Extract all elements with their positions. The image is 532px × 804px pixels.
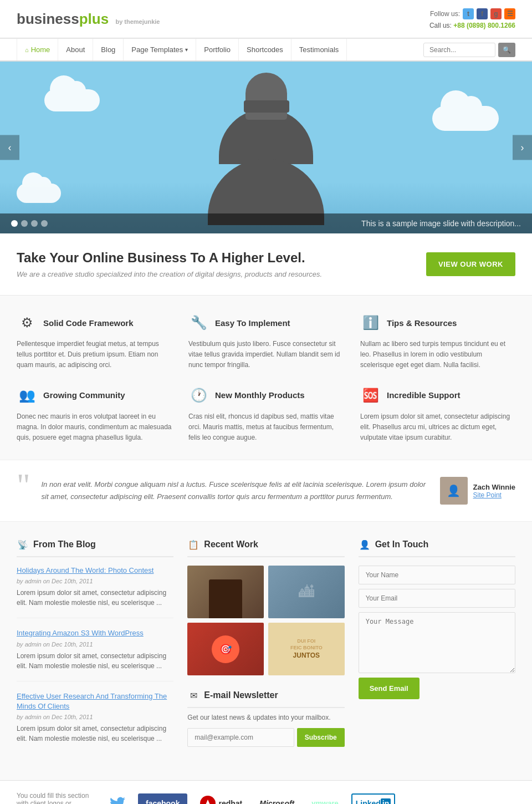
cloud-2 <box>432 106 499 131</box>
cloud-1 <box>44 89 100 111</box>
blog-post-1-meta: by admin on Dec 10th, 2011 <box>17 641 173 648</box>
dot-2[interactable] <box>21 220 28 227</box>
nav-items: ⌂ Home About Blog Page Templates Portfol… <box>17 39 347 60</box>
nav-search: 🔍 <box>423 43 515 57</box>
blog-post-2-title[interactable]: Effective User Research And Transforming… <box>17 691 173 711</box>
features-section: ⚙ Solid Code Framework Pellentesque impe… <box>0 296 532 460</box>
nav-item-home[interactable]: ⌂ Home <box>17 39 58 60</box>
google-plus-icon[interactable]: g <box>490 8 502 19</box>
contact-icon: 👤 <box>359 538 371 551</box>
testimonial-quote: In non erat velit. Morbi congue aliquam … <box>42 479 429 503</box>
work-grid: 🏙 🎯 DUI FOIFEIC BONITOJUNTOS <box>187 566 344 675</box>
middle-column: 📋 Recent Work 🏙 <box>187 538 344 764</box>
redhat-text: redhat <box>218 799 242 804</box>
rss-blog-icon: 📡 <box>17 538 29 551</box>
blog-post-1: Integrating Amazon S3 With WordPress by … <box>17 628 173 681</box>
testimonial-section: " In non erat velit. Morbi congue aliqua… <box>0 460 532 522</box>
cloud-3 <box>17 184 61 203</box>
feature-2: ℹ️ Tips & Resources Nullam ac libero sed… <box>360 312 515 371</box>
microsoft-logo[interactable]: Microsoft <box>255 793 299 804</box>
facebook-logo[interactable]: facebook <box>138 793 187 804</box>
work-thumb-2[interactable]: 🏙 <box>268 566 345 618</box>
feature-0: ⚙ Solid Code Framework Pellentesque impe… <box>17 312 172 371</box>
nav-item-shortcodes[interactable]: Shortcodes <box>239 39 291 60</box>
blog-post-1-excerpt: Lorem ipsum dolor sit amet, consectetur … <box>17 651 173 671</box>
slider-next-button[interactable]: › <box>513 135 532 160</box>
slider-prev-button[interactable]: ‹ <box>0 135 19 160</box>
blog-post-0: Holidays Around The World: Photo Contest… <box>17 566 173 618</box>
contact-message-input[interactable] <box>359 612 515 673</box>
linkedin-logo[interactable]: Linkedin <box>351 793 396 804</box>
blog-post-0-meta: by admin on Dec 10th, 2011 <box>17 578 173 584</box>
blog-post-2-excerpt: Lorem ipsum dolor sit amet, consectetur … <box>17 724 173 744</box>
recent-work-section: 📋 Recent Work 🏙 <box>187 538 344 675</box>
nav-item-portfolio[interactable]: Portfolio <box>196 39 239 60</box>
contact-header: 👤 Get In Touch <box>359 538 515 557</box>
quote-mark: " <box>17 469 30 502</box>
nav-item-testimonials[interactable]: Testimonials <box>291 39 347 60</box>
blog-section: 📡 From The Blog Holidays Around The Worl… <box>17 538 173 764</box>
newsletter-email-input[interactable] <box>187 728 294 747</box>
rss-icon[interactable]: ☰ <box>504 8 515 19</box>
twitter-logo[interactable] <box>105 793 130 804</box>
newsletter-section: ✉ E-mail Newsletter Get our latest news … <box>187 689 344 758</box>
community-icon: 👥 <box>17 385 38 406</box>
dot-3[interactable] <box>31 220 38 227</box>
work-thumb-1[interactable] <box>187 566 264 618</box>
work-thumb-4[interactable]: DUI FOIFEIC BONITOJUNTOS <box>268 623 345 675</box>
feature-5: 🆘 Incredible Support Lorem ipsum dolor s… <box>360 385 515 444</box>
hero-subtitle: We are a creative studio specialized int… <box>17 270 322 278</box>
blog-post-0-title[interactable]: Holidays Around The World: Photo Contest <box>17 566 173 576</box>
monthly-products-icon: 🕐 <box>188 385 209 406</box>
home-icon: ⌂ <box>25 47 29 53</box>
three-column-section: 📡 From The Blog Holidays Around The Worl… <box>0 522 532 780</box>
features-grid: ⚙ Solid Code Framework Pellentesque impe… <box>17 312 515 443</box>
slider-caption: This is a sample image slide with descri… <box>0 213 532 233</box>
nav-item-templates[interactable]: Page Templates <box>124 39 196 60</box>
feature-3: 👥 Growing Community Donec nec mauris in … <box>17 385 172 444</box>
contact-name-input[interactable] <box>359 566 515 584</box>
contact-email-input[interactable] <box>359 589 515 608</box>
search-button[interactable]: 🔍 <box>498 43 515 57</box>
tips-icon: ℹ️ <box>360 312 381 333</box>
redhat-icon <box>200 796 216 804</box>
nav-item-blog[interactable]: Blog <box>93 39 124 60</box>
hero-section: Take Your Online Business To A Higher Le… <box>0 233 532 296</box>
send-email-button[interactable]: Send Email <box>359 678 420 699</box>
newsletter-header: ✉ E-mail Newsletter <box>187 689 344 708</box>
dot-4[interactable] <box>41 220 48 227</box>
hero-title: Take Your Online Business To A Higher Le… <box>17 250 322 266</box>
email-icon: ✉ <box>187 689 200 701</box>
redhat-logo[interactable]: redhat <box>196 793 247 804</box>
search-input[interactable] <box>423 43 495 57</box>
work-thumb-3[interactable]: 🎯 <box>187 623 264 675</box>
vmware-logo[interactable]: vmware <box>307 793 342 804</box>
subscribe-button[interactable]: Subscribe <box>297 728 345 747</box>
site-logo: businessplus by themejunkie <box>17 11 160 28</box>
newsletter-wrapper: ✉ E-mail Newsletter Get our latest news … <box>187 689 344 758</box>
feature-1: 🔧 Easy To Implement Vestibulum quis just… <box>188 312 344 371</box>
blog-header: 📡 From The Blog <box>17 538 173 557</box>
logos-text: You could fill this section with client … <box>17 792 94 804</box>
author-site-link[interactable]: Site Point <box>473 491 515 499</box>
nav-item-about[interactable]: About <box>58 39 93 60</box>
author-avatar: 👤 <box>440 477 468 505</box>
logos-list: facebook redhat Microsoft vmware Linkedi… <box>105 793 395 804</box>
newsletter-desc: Get our latest news & updates into your … <box>187 714 344 721</box>
blog-post-1-title[interactable]: Integrating Amazon S3 With WordPress <box>17 628 173 638</box>
blog-post-0-excerpt: Lorem ipsum dolor sit amet, consectetur … <box>17 588 173 608</box>
dot-1[interactable] <box>11 220 18 227</box>
follow-icons: Follow us: t f g ☰ <box>429 8 515 19</box>
twitter-icon[interactable]: t <box>463 8 474 19</box>
contact-form: Send Email <box>359 566 515 699</box>
support-icon: 🆘 <box>360 385 381 406</box>
contact-section: 👤 Get In Touch Send Email <box>359 538 515 764</box>
view-work-button[interactable]: VIEW OUR WORK <box>426 252 515 276</box>
solid-code-icon: ⚙ <box>17 312 38 333</box>
author-name: Zach Winnie <box>473 483 515 491</box>
author-info: Zach Winnie Site Point <box>473 483 515 499</box>
work-icon: 📋 <box>187 538 200 551</box>
facebook-icon[interactable]: f <box>477 8 488 19</box>
nav-bar: ⌂ Home About Blog Page Templates Portfol… <box>0 38 532 62</box>
easy-implement-icon: 🔧 <box>188 312 209 333</box>
